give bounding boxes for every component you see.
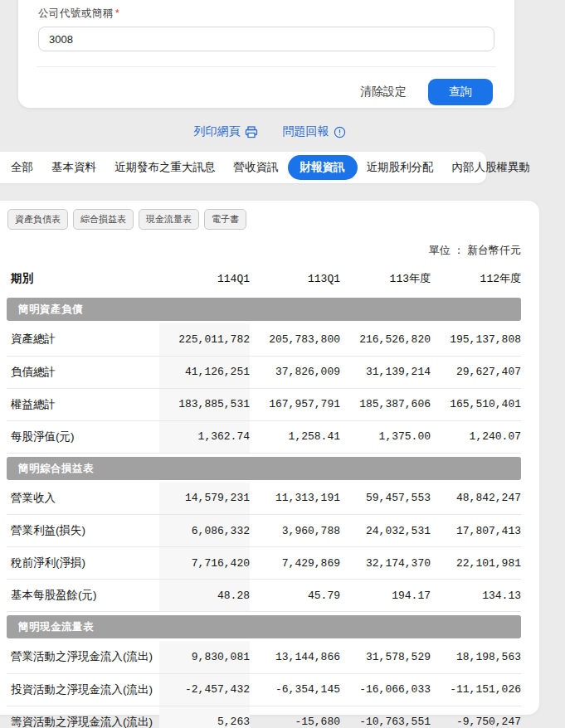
cell-value: 32,174,370 — [340, 547, 431, 580]
table-header-row: 期別114Q1113Q1113年度112年度 — [7, 263, 521, 294]
row-label: 資產總計 — [7, 323, 159, 356]
query-button[interactable]: 查詢 — [428, 79, 493, 105]
financial-report-card: 資產負債表綜合損益表現金流量表電子書 單位 ： 新台幣仟元 期別114Q1113… — [0, 201, 539, 715]
table-row: 營業收入14,579,23111,313,19159,457,55348,842… — [7, 483, 521, 515]
cell-value: 1,375.00 — [340, 420, 431, 453]
required-asterisk: * — [115, 7, 119, 19]
period-header: 期別 — [7, 263, 159, 294]
cell-value: 3,960,788 — [250, 515, 340, 547]
table-row: 稅前淨利(淨損)7,716,4207,429,86932,174,37022,1… — [7, 547, 521, 580]
row-label: 籌資活動之淨現金流入(流出) — [7, 706, 159, 728]
table-row: 資產總計225,011,782205,783,800216,526,820195… — [7, 323, 521, 356]
cell-value: -16,066,033 — [340, 673, 431, 706]
cell-value: 13,144,866 — [250, 641, 340, 673]
report-issue-label: 問題回報 — [283, 124, 329, 139]
unit-label: 單位 ： 新台幣仟元 — [7, 243, 521, 258]
report-issue-link[interactable]: 問題回報 — [283, 124, 346, 139]
financial-table: 期別114Q1113Q1113年度112年度簡明資產負債資產總計225,011,… — [7, 263, 521, 728]
cell-value: 31,578,529 — [340, 641, 431, 673]
cell-value: 31,139,214 — [340, 356, 431, 388]
table-row: 籌資活動之淨現金流入(流出)5,263-15,680-10,763,551-9,… — [7, 706, 521, 728]
company-code-input[interactable] — [38, 27, 494, 51]
cell-value: 185,387,606 — [340, 388, 431, 420]
table-row: 基本每股盈餘(元)48.2845.79194.17134.13 — [7, 580, 521, 612]
cell-value: 37,826,009 — [250, 356, 340, 388]
cell-value: 216,526,820 — [340, 323, 431, 356]
report-type-chip-3[interactable]: 電子書 — [204, 209, 246, 230]
report-type-chip-2[interactable]: 現金流量表 — [139, 209, 199, 230]
cell-value: -6,354,145 — [250, 673, 340, 706]
cell-value: 6,086,332 — [159, 515, 250, 547]
cell-value: 1,362.74 — [159, 420, 250, 453]
tab-item-6[interactable]: 內部人股權異動 — [443, 155, 540, 180]
report-type-chip-0[interactable]: 資產負債表 — [7, 209, 68, 230]
cell-value: 17,807,413 — [431, 515, 521, 547]
table-row: 負債總計41,126,25137,826,00931,139,21429,627… — [7, 356, 521, 388]
tab-item-5[interactable]: 近期股利分配 — [358, 155, 443, 180]
tab-item-2[interactable]: 近期發布之重大訊息 — [105, 155, 225, 180]
row-label: 營業收入 — [7, 483, 159, 515]
cell-value: 14,579,231 — [159, 483, 250, 515]
table-row: 營業活動之淨現金流入(流出)9,830,08113,144,86631,578,… — [7, 641, 521, 673]
cell-value: 194.17 — [340, 580, 431, 612]
cell-value: -2,457,432 — [159, 673, 250, 706]
cell-value: 167,957,791 — [250, 388, 340, 420]
cell-value: 11,313,191 — [250, 483, 340, 515]
row-label: 稅前淨利(淨損) — [7, 547, 159, 580]
table-row: 權益總計183,885,531167,957,791185,387,606165… — [7, 388, 521, 420]
cell-value: 45.79 — [250, 580, 340, 612]
cell-value: 1,240.07 — [431, 420, 521, 453]
cell-value: 18,198,563 — [431, 641, 521, 673]
tab-item-4[interactable]: 財報資訊 — [288, 155, 358, 180]
section-header-row: 簡明綜合損益表 — [7, 453, 521, 483]
cell-value: -10,763,551 — [340, 706, 431, 728]
cell-value: 7,716,420 — [159, 547, 250, 580]
cell-value: 7,429,869 — [250, 547, 340, 580]
cell-value: 205,783,800 — [250, 323, 340, 356]
section-header-row: 簡明資產負債 — [7, 294, 521, 323]
print-page-link[interactable]: 列印網頁 — [194, 124, 258, 139]
tab-item-1[interactable]: 基本資料 — [42, 155, 105, 180]
table-row: 營業利益(損失)6,086,3323,960,78824,032,53117,8… — [7, 515, 521, 547]
tab-item-0[interactable]: 全部 — [2, 155, 42, 180]
report-type-chip-1[interactable]: 綜合損益表 — [73, 209, 134, 230]
period-column-header: 112年度 — [431, 263, 521, 294]
cell-value: 24,032,531 — [340, 515, 431, 547]
section-header-row: 簡明現金流量表 — [7, 612, 521, 642]
row-label: 權益總計 — [7, 388, 159, 420]
printer-icon — [245, 126, 258, 138]
table-row: 每股淨值(元)1,362.741,258.411,375.001,240.07 — [7, 420, 521, 453]
company-code-label: 公司代號或簡稱* — [38, 5, 494, 21]
financial-table-body: 期別114Q1113Q1113年度112年度簡明資產負債資產總計225,011,… — [7, 263, 521, 728]
row-label: 投資活動之淨現金流入(流出) — [7, 673, 159, 706]
period-column-header: 113Q1 — [250, 263, 340, 294]
row-label: 負債總計 — [7, 356, 159, 388]
table-row: 投資活動之淨現金流入(流出)-2,457,432-6,354,145-16,06… — [7, 673, 521, 706]
row-label: 營業活動之淨現金流入(流出) — [7, 641, 159, 673]
tab-item-3[interactable]: 營收資訊 — [225, 155, 288, 180]
cell-value: 48,842,247 — [431, 483, 521, 515]
page-links: 列印網頁 問題回報 — [0, 124, 539, 139]
clear-settings-button[interactable]: 清除設定 — [360, 85, 407, 99]
cell-value: 165,510,401 — [431, 388, 521, 420]
cell-value: 48.28 — [159, 580, 250, 612]
cell-value: 9,830,081 — [159, 641, 250, 673]
cell-value: 22,101,981 — [431, 547, 521, 580]
cell-value: -9,750,247 — [431, 706, 521, 728]
category-tab-bar: 全部基本資料近期發布之重大訊息營收資訊財報資訊近期股利分配內部人股權異動 — [0, 152, 486, 183]
row-label: 營業利益(損失) — [7, 515, 159, 547]
cell-value: 134.13 — [431, 580, 521, 612]
cell-value: 1,258.41 — [250, 420, 340, 453]
period-column-header: 114Q1 — [159, 263, 250, 294]
cell-value: 29,627,407 — [431, 356, 521, 388]
row-label: 基本每股盈餘(元) — [7, 580, 159, 612]
cell-value: 195,137,808 — [431, 323, 521, 356]
alert-circle-icon — [334, 126, 346, 138]
row-label: 每股淨值(元) — [7, 420, 159, 453]
section-title: 簡明綜合損益表 — [7, 457, 521, 480]
cell-value: -11,151,026 — [431, 673, 521, 706]
cell-value: 5,263 — [159, 706, 250, 728]
cell-value: 183,885,531 — [159, 388, 250, 420]
cell-value: 59,457,553 — [340, 483, 431, 515]
form-divider — [37, 66, 496, 67]
